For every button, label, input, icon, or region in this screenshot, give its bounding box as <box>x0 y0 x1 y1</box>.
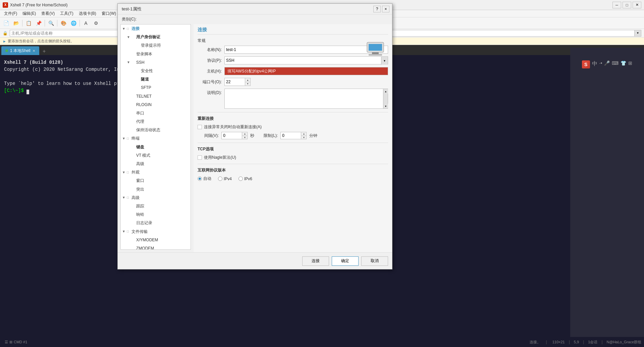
globe-button[interactable]: 🌐 <box>69 19 78 28</box>
user-info: N@HaLo_Grace群组 <box>607 340 641 345</box>
notification-text: 要添加当前会话，点击左侧的箭头按钮。 <box>8 39 74 44</box>
protocol-select[interactable]: SSH ▼ <box>224 56 388 64</box>
ip-v4-radio[interactable] <box>218 177 222 181</box>
copy-button[interactable]: 📋 <box>24 19 33 28</box>
maximize-button[interactable]: □ <box>623 2 631 8</box>
font-button[interactable]: A <box>81 19 91 28</box>
tree-item-login-prompt[interactable]: 登录提示符 <box>121 41 191 50</box>
dialog-close-button[interactable]: × <box>382 6 389 12</box>
interval-down-button[interactable]: ▼ <box>242 136 247 139</box>
tree-item-xymodem[interactable]: X/YMODEM <box>121 236 191 244</box>
protocol-label: 协议(P): <box>198 58 224 63</box>
network-icon <box>365 41 385 57</box>
interval-input[interactable] <box>222 132 242 139</box>
ip-radio-group: 自动 IPv4 IPv6 <box>198 176 388 182</box>
tree-item-rlogin[interactable]: RLOGIN <box>121 101 191 109</box>
tree-item-appearance[interactable]: ▼ □ 外观 <box>121 168 191 177</box>
desc-scroll-down[interactable]: ▼ <box>383 104 388 108</box>
connect-button[interactable]: 连接 <box>302 256 329 266</box>
menu-file[interactable]: 文件(F) <box>1 10 20 17</box>
tree-item-keyboard[interactable]: 键盘 <box>121 143 191 151</box>
limit-unit: 分钟 <box>309 133 317 139</box>
separator-1 <box>198 112 388 112</box>
ip-auto-radio[interactable] <box>198 177 202 181</box>
new-session-button[interactable]: 📄 <box>1 19 11 28</box>
tab-close-button[interactable]: ✕ <box>33 49 35 53</box>
tree-item-ssh[interactable]: ▼ SSH <box>121 58 191 67</box>
menu-tabs[interactable]: 选项卡(B) <box>76 10 99 17</box>
tree-item-telnet[interactable]: TELNET <box>121 92 191 101</box>
open-button[interactable]: 📂 <box>11 19 21 28</box>
limit-down-button[interactable]: ▼ <box>301 136 306 139</box>
add-tab-button[interactable]: + <box>41 48 48 55</box>
tree-item-trace[interactable]: 跟踪 <box>121 202 191 210</box>
interval-unit: 秒 <box>250 133 254 139</box>
menu-window[interactable]: 窗口(W) <box>99 10 119 17</box>
toolbar-sep2 <box>45 20 45 27</box>
expand-icon-advanced: ▼ <box>122 195 127 200</box>
tree-item-security[interactable]: 安全性 <box>121 67 191 75</box>
host-input[interactable]: 填写AWS分配的ipv4公网IP <box>224 67 388 75</box>
menu-view[interactable]: 查看(V) <box>39 10 57 17</box>
limit-up-button[interactable]: ▲ <box>301 132 306 136</box>
color-button[interactable]: 🎨 <box>59 19 68 28</box>
tree-item-logging[interactable]: 日志记录 <box>121 219 191 227</box>
taskbar-status: ☰ ⊞ CMD #1 <box>3 338 29 346</box>
tree-item-serial[interactable]: 串口 <box>121 109 191 117</box>
port-label: 端口号(O): <box>198 79 224 85</box>
close-button[interactable]: ✕ <box>633 2 641 8</box>
tab-local-shell[interactable]: 1 本地Shell ✕ <box>1 46 39 55</box>
dialog-controls: ? × <box>373 6 389 12</box>
toolbar-sep4 <box>79 20 80 27</box>
nagle-checkbox[interactable] <box>198 155 202 160</box>
tree-item-tunnel[interactable]: 隧道 <box>121 75 191 84</box>
host-label: 主机(H): <box>198 68 224 74</box>
reconnect-checkbox[interactable] <box>198 125 202 129</box>
tree-item-bell[interactable]: 响铃 <box>121 210 191 219</box>
dot-icon: ·• <box>599 60 602 68</box>
find-button[interactable]: 🔍 <box>46 19 56 28</box>
ok-button[interactable]: 确定 <box>332 256 359 266</box>
settings-button[interactable]: ⚙ <box>91 19 101 28</box>
tree-item-terminal[interactable]: ▼ □ 终端 <box>121 134 191 143</box>
paste-button[interactable]: 📌 <box>34 19 43 28</box>
section-title: 连接 <box>198 27 388 35</box>
port-input[interactable] <box>225 78 245 86</box>
expand-icon-terminal: ▼ <box>122 136 127 141</box>
dialog-help-button[interactable]: ? <box>373 6 381 12</box>
ip-v4-option[interactable]: IPv4 <box>218 177 232 181</box>
tree-item-zmodem[interactable]: ZMODEM <box>121 244 191 250</box>
ip-v6-option[interactable]: IPv6 <box>238 177 252 181</box>
dialog-title-bar: test-1属性 ? × <box>118 4 392 14</box>
cancel-button[interactable]: 取消 <box>361 256 388 266</box>
port-up-button[interactable]: ▲ <box>245 78 250 82</box>
menu-tools[interactable]: 工具(T) <box>57 10 76 17</box>
tree-item-advanced[interactable]: ▼ □ 高级 <box>121 194 191 202</box>
address-dropdown[interactable]: ▼ <box>635 30 641 37</box>
port-down-button[interactable]: ▼ <box>245 82 250 86</box>
reconnect-checkbox-label: 连接异常关闭时自动重新连接(A) <box>204 124 262 130</box>
menu-edit[interactable]: 编辑(E) <box>20 10 39 17</box>
name-input[interactable] <box>224 46 388 54</box>
limit-input[interactable] <box>281 132 301 139</box>
interval-up-button[interactable]: ▲ <box>242 132 247 136</box>
ip-auto-option[interactable]: 自动 <box>198 176 211 182</box>
protocol-dropdown-arrow[interactable]: ▼ <box>381 57 388 65</box>
taskbar-sep: | <box>546 340 547 344</box>
tree-item-login-script[interactable]: 登录脚本 <box>121 50 191 58</box>
tree-item-vt[interactable]: VT 模式 <box>121 151 191 160</box>
tree-item-highlight[interactable]: 突出 <box>121 185 191 194</box>
tree-item-auth[interactable]: ▼ 用户身份验证 <box>121 33 191 41</box>
category-tree[interactable]: ▼ □ 连接 ▼ 用户身份验证 登录提示符 <box>120 24 191 250</box>
tree-item-connection[interactable]: ▼ □ 连接 <box>121 24 191 33</box>
ip-v6-radio[interactable] <box>238 177 243 181</box>
desc-scroll-up[interactable]: ▲ <box>383 89 388 94</box>
tree-item-window[interactable]: 窗口 <box>121 177 191 185</box>
tree-item-filetransfer[interactable]: ▼ □ 文件传输 <box>121 228 191 236</box>
tree-item-terminal-advanced[interactable]: 高级 <box>121 160 191 168</box>
tree-item-proxy[interactable]: 代理 <box>121 117 191 126</box>
description-input[interactable]: ▲ ▼ <box>224 89 388 109</box>
minimize-button[interactable]: ─ <box>612 2 621 8</box>
tree-item-sftp[interactable]: SFTP <box>121 84 191 92</box>
tree-item-keepalive[interactable]: 保持活动状态 <box>121 126 191 134</box>
